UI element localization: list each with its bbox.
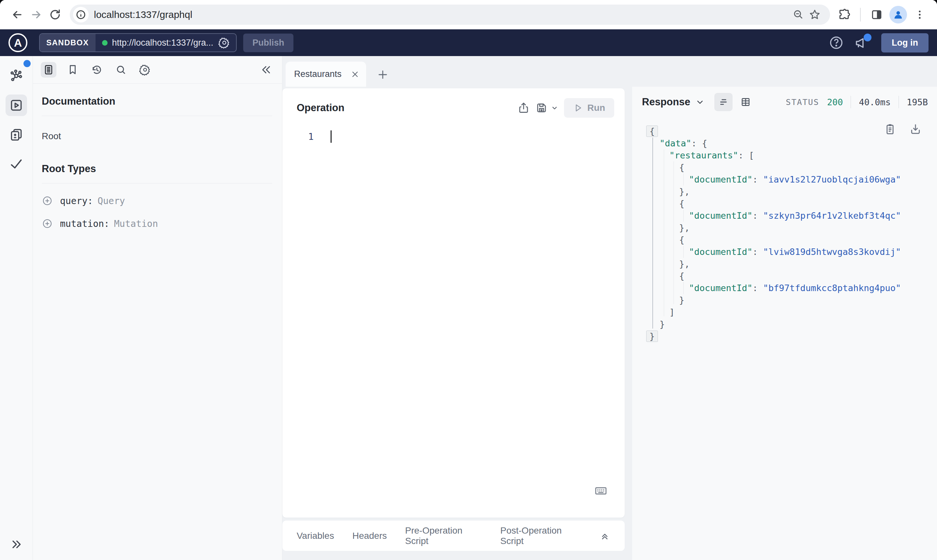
root-types-title: Root Types [42, 163, 272, 175]
mutation-field-type[interactable]: Mutation [114, 218, 158, 229]
response-size: 195B [907, 97, 928, 107]
response-body: {"data": {"restaurants": [{"documentId":… [632, 117, 937, 560]
announcements-icon[interactable] [853, 34, 870, 51]
apollo-logo-letter: A [14, 37, 22, 49]
indent-guide [683, 174, 684, 185]
response-view-toggle [714, 93, 755, 111]
table-view-icon[interactable] [737, 93, 755, 111]
response-header: Response [632, 87, 937, 117]
docs-title: Documentation [42, 95, 272, 107]
toolbar-divider [860, 8, 861, 22]
bookmarks-tab-icon[interactable] [65, 62, 80, 78]
keyboard-shortcuts-icon[interactable] [594, 484, 608, 497]
connection-settings-icon[interactable] [213, 37, 236, 49]
expand-rail-icon[interactable] [10, 538, 23, 551]
query-field-name[interactable]: query: [60, 195, 93, 206]
docs-tab-icon[interactable] [41, 62, 56, 78]
docs-toolbar [33, 56, 282, 84]
tab-restaurants[interactable]: Restaurants [286, 62, 366, 87]
collapse-docs-icon[interactable] [258, 62, 274, 78]
url-text[interactable]: localhost:1337/graphql [94, 9, 790, 20]
browser-toolbar: localhost:1337/graphql [0, 0, 937, 29]
save-operation-group[interactable] [535, 102, 559, 114]
profile-avatar[interactable] [889, 6, 907, 23]
app-body: Documentation Root Root Types query: Que… [0, 56, 937, 560]
address-bar[interactable]: localhost:1337/graphql [70, 5, 830, 25]
indent-guide [664, 149, 664, 316]
mutation-field-name[interactable]: mutation: [60, 218, 109, 229]
tab-variables[interactable]: Variables [297, 531, 334, 541]
tab-pre-operation-script[interactable]: Pre-Operation Script [405, 525, 482, 546]
run-label: Run [588, 103, 605, 113]
status-label: STATUS [786, 97, 819, 107]
browser-menu-icon[interactable] [910, 5, 929, 24]
browser-actions [835, 5, 929, 24]
indent-guide [683, 282, 684, 294]
left-rail [0, 56, 33, 560]
site-info-icon[interactable] [73, 7, 89, 23]
settings-tab-icon[interactable] [137, 62, 153, 78]
add-mutation-icon[interactable] [42, 218, 53, 229]
back-icon[interactable] [8, 5, 27, 24]
connection-status-dot [102, 40, 108, 46]
run-play-icon [573, 103, 583, 113]
rail-explorer-icon[interactable] [6, 95, 27, 116]
help-icon[interactable] [828, 34, 845, 51]
new-tab-icon[interactable] [377, 69, 388, 80]
endpoint-url[interactable]: http://localhost:1337/gra... [112, 38, 214, 48]
publish-button[interactable]: Publish [243, 34, 294, 52]
root-type-query-row[interactable]: query: Query [42, 195, 272, 206]
tab-headers[interactable]: Headers [352, 531, 387, 541]
editor-cursor [331, 131, 332, 143]
save-options-chevron-icon [550, 104, 559, 112]
rail-changelog-icon[interactable] [6, 124, 27, 145]
history-tab-icon[interactable] [89, 62, 105, 78]
operation-editor[interactable]: 1 [282, 118, 625, 518]
share-operation-icon[interactable] [515, 99, 532, 116]
operation-footer-tabs: Variables Headers Pre-Operation Script P… [282, 520, 625, 551]
response-metrics: STATUS 200 40.0ms 195B [786, 96, 928, 108]
indent-guide [674, 162, 674, 304]
response-duration: 40.0ms [859, 97, 891, 107]
extensions-icon[interactable] [835, 5, 854, 24]
docs-body: Documentation Root Root Types query: Que… [33, 84, 282, 229]
rail-schema-icon[interactable] [6, 65, 27, 87]
schema-notification-dot [23, 60, 31, 67]
response-dropdown-chevron-icon[interactable] [695, 97, 705, 106]
divider [42, 183, 272, 183]
close-tab-icon[interactable] [349, 68, 362, 81]
run-button[interactable]: Run [564, 98, 614, 118]
forward-icon[interactable] [27, 5, 46, 24]
save-icon [535, 102, 548, 114]
root-type-mutation-row[interactable]: mutation: Mutation [42, 218, 272, 229]
response-title: Response [642, 96, 690, 108]
side-panel-icon[interactable] [867, 5, 886, 24]
apollo-header: A SANDBOX http://localhost:1337/gra... P… [0, 29, 937, 56]
panels: Operation Run [282, 87, 937, 560]
fold-guide [652, 138, 653, 329]
tab-post-operation-script[interactable]: Post-Operation Script [500, 525, 581, 546]
search-tab-icon[interactable] [113, 62, 129, 78]
metric-divider [899, 96, 899, 108]
operation-title: Operation [297, 102, 515, 114]
sandbox-badge: SANDBOX [40, 34, 95, 51]
login-button[interactable]: Log in [881, 33, 929, 52]
docs-root-link[interactable]: Root [42, 131, 272, 142]
query-field-type[interactable]: Query [97, 195, 125, 206]
bookmark-star-icon[interactable] [806, 6, 823, 23]
add-query-icon[interactable] [42, 195, 53, 206]
reload-icon[interactable] [46, 5, 65, 24]
rail-checks-icon[interactable] [6, 153, 27, 175]
raw-view-icon[interactable] [714, 93, 732, 111]
operation-tabstrip: Restaurants [282, 56, 937, 87]
metric-divider [851, 96, 851, 108]
divider [42, 116, 272, 116]
operation-header: Operation Run [282, 88, 625, 118]
tab-label[interactable]: Restaurants [294, 69, 349, 79]
collapse-footer-icon[interactable] [599, 530, 610, 542]
status-code: 200 [827, 97, 843, 107]
apollo-logo[interactable]: A [8, 33, 28, 52]
zoom-out-icon[interactable] [790, 6, 806, 23]
operation-card: Operation Run [282, 88, 625, 518]
response-json[interactable]: {"data": {"restaurants": [{"documentId":… [632, 117, 937, 342]
